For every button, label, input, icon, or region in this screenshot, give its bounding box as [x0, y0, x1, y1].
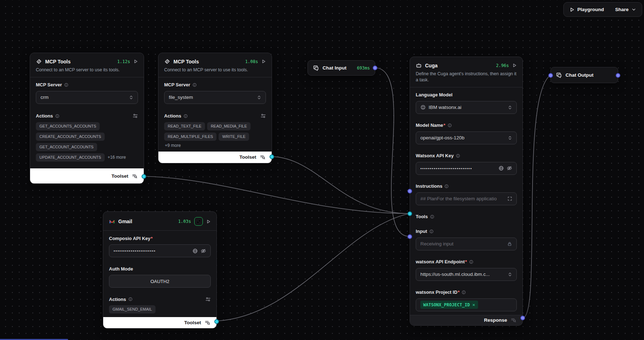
- node-header[interactable]: MCP Tools 1.08s Connect to an MCP server…: [158, 53, 272, 77]
- robot-icon: [416, 62, 422, 68]
- run-node-button[interactable]: [206, 219, 211, 224]
- info-icon: [128, 297, 133, 301]
- share-button[interactable]: Share: [615, 7, 636, 12]
- list-search-icon[interactable]: [132, 173, 137, 179]
- field-label-watsonx-project-id: watsonx Project ID: [416, 289, 517, 296]
- expand-icon[interactable]: [507, 196, 512, 201]
- node-title: Chat Output: [566, 72, 593, 78]
- field-label-actions: Actions: [36, 113, 138, 119]
- model-name-select[interactable]: openai/gpt-oss-120b: [416, 131, 517, 144]
- list-search-icon[interactable]: [260, 154, 265, 160]
- node-mcp-tools-filesystem[interactable]: MCP Tools 1.08s Connect to an MCP server…: [158, 53, 272, 163]
- watsonx-api-key-field[interactable]: •••••••••••••••••••••••••••: [416, 162, 517, 175]
- output-handle-toolset[interactable]: [269, 154, 274, 159]
- action-chip: CREATE_ACCOUNT_ACCOUNTS: [36, 133, 105, 141]
- output-handle-toolset[interactable]: [214, 319, 219, 324]
- eye-off-icon[interactable]: [507, 166, 512, 171]
- toolset-footer: Toolset: [30, 168, 144, 183]
- actions-chip-list: GMAIL_SEND_EMAIL: [109, 305, 211, 313]
- auth-mode-button[interactable]: OAUTH2: [109, 275, 211, 288]
- watsonx-endpoint-select[interactable]: https://us-south.ml.cloud.ibm.c...: [416, 268, 517, 281]
- field-label-watsonx-endpoint: watsonx API Endpoint: [416, 259, 517, 265]
- edge-cuga-response-to-chatoutput[interactable]: [523, 75, 550, 318]
- list-search-icon[interactable]: [511, 317, 516, 323]
- language-model-select[interactable]: IBM watsonx.ai: [416, 101, 517, 114]
- globe-icon[interactable]: [498, 166, 504, 171]
- edge-mcp-filesystem-to-cuga-tools[interactable]: [272, 157, 410, 214]
- output-handle-response[interactable]: [520, 316, 525, 320]
- edge-gmail-to-cuga-tools[interactable]: [217, 214, 410, 321]
- run-node-button[interactable]: [261, 59, 266, 64]
- node-header[interactable]: MCP Tools 1.12s Connect to an MCP server…: [30, 53, 144, 77]
- sliders-icon[interactable]: [205, 297, 211, 302]
- watsonx-project-id-field[interactable]: WATSONX_PROJECT_ID: [416, 298, 517, 311]
- run-node-button[interactable]: [133, 59, 138, 64]
- node-header[interactable]: Cuga 2.96s Define the Cuga agent's instr…: [410, 57, 523, 87]
- actions-chip-list: READ_TEXT_FILEREAD_MEDIA_FILEREAD_MULTIP…: [164, 122, 266, 148]
- action-chip: GET_ACCOUNT_ACCOUNTS: [36, 143, 97, 151]
- info-icon: [456, 154, 460, 158]
- more-actions-label: +9 more: [164, 143, 181, 148]
- input-handle-tools[interactable]: [407, 211, 412, 216]
- toolset-label: Toolset: [184, 320, 201, 325]
- field-label-input: Input: [416, 228, 517, 235]
- mcp-server-select[interactable]: crm: [36, 91, 138, 104]
- input-handle-instructions[interactable]: [407, 189, 412, 193]
- project-id-badge-text: WATSONX_PROJECT_ID: [423, 302, 470, 307]
- more-actions-label: +16 more: [107, 155, 126, 160]
- input-handle-input[interactable]: [407, 234, 412, 239]
- node-description: Define the Cuga agent's instructions, th…: [416, 71, 517, 83]
- eye-off-icon[interactable]: [201, 248, 206, 254]
- list-search-icon[interactable]: [205, 320, 210, 325]
- info-icon: [448, 123, 452, 128]
- node-chat-input[interactable]: Chat Input 693ms: [307, 60, 375, 76]
- action-chip: GMAIL_SEND_EMAIL: [109, 305, 156, 313]
- field-label-watsonx-api-key: Watsonx API Key: [416, 153, 517, 159]
- edge-mcp-crm-to-cuga-tools[interactable]: [144, 176, 410, 214]
- node-mcp-tools-crm[interactable]: MCP Tools 1.12s Connect to an MCP server…: [30, 53, 144, 184]
- node-chat-output[interactable]: Chat Output: [550, 67, 618, 83]
- node-cuga[interactable]: Cuga 2.96s Define the Cuga agent's instr…: [410, 57, 523, 326]
- playground-label: Playground: [577, 7, 604, 12]
- info-icon: [444, 184, 449, 188]
- info-icon: [55, 114, 59, 118]
- lock-icon: [507, 241, 512, 246]
- sliders-icon[interactable]: [261, 113, 266, 119]
- messages-square-icon: [556, 72, 562, 78]
- node-description: Connect to an MCP server to use its tool…: [164, 67, 266, 73]
- info-icon: [429, 229, 434, 234]
- action-chip: UPDATE_ACCOUNT_ACCOUNTS: [36, 153, 105, 162]
- node-gmail[interactable]: Gmail 1.03s Composio API Key •••••••••••…: [103, 211, 217, 329]
- field-label-tools: Tools: [416, 214, 517, 220]
- connected-link-badge[interactable]: [194, 217, 203, 226]
- sliders-icon[interactable]: [133, 113, 138, 119]
- input-handle-message[interactable]: [548, 73, 553, 78]
- mcp-server-select[interactable]: file_system: [164, 91, 266, 104]
- flow-canvas[interactable]: MCP Tools 1.12s Connect to an MCP server…: [0, 0, 644, 340]
- action-chip: WRITE_FILE: [219, 133, 249, 141]
- field-label-actions: Actions: [109, 296, 211, 302]
- info-icon: [469, 260, 473, 264]
- field-label-composio-api-key: Composio API Key: [109, 235, 211, 241]
- composio-api-key-field[interactable]: ••••••••••••••••••••••: [109, 244, 211, 257]
- node-title: Cuga: [425, 63, 438, 68]
- node-header[interactable]: Gmail 1.03s: [103, 212, 216, 231]
- instructions-field[interactable]: ## PlanFor the filesystem applicatio: [416, 192, 517, 205]
- output-handle-message[interactable]: [373, 66, 377, 70]
- actions-chip-list: GET_ACCOUNTS_ACCOUNTSCREATE_ACCOUNT_ACCO…: [36, 122, 138, 162]
- output-handle-toolset[interactable]: [142, 174, 146, 179]
- action-chip: READ_MEDIA_FILE: [207, 122, 251, 130]
- chevrons-up-down-icon: [257, 95, 261, 100]
- field-label-auth-mode: Auth Mode: [109, 265, 211, 272]
- input-field[interactable]: Receiving input: [416, 238, 517, 250]
- playground-button[interactable]: Playground: [569, 7, 604, 12]
- info-icon: [192, 83, 197, 87]
- edge-chatinput-to-cuga-input[interactable]: [375, 68, 410, 236]
- output-handle-message[interactable]: [616, 73, 620, 78]
- globe-icon[interactable]: [192, 248, 198, 254]
- remove-badge-icon[interactable]: [472, 302, 475, 307]
- info-icon: [430, 215, 434, 219]
- toolset-label: Toolset: [239, 154, 256, 160]
- run-node-button[interactable]: [512, 63, 517, 68]
- field-label-mcp-server: MCP Server: [164, 82, 266, 88]
